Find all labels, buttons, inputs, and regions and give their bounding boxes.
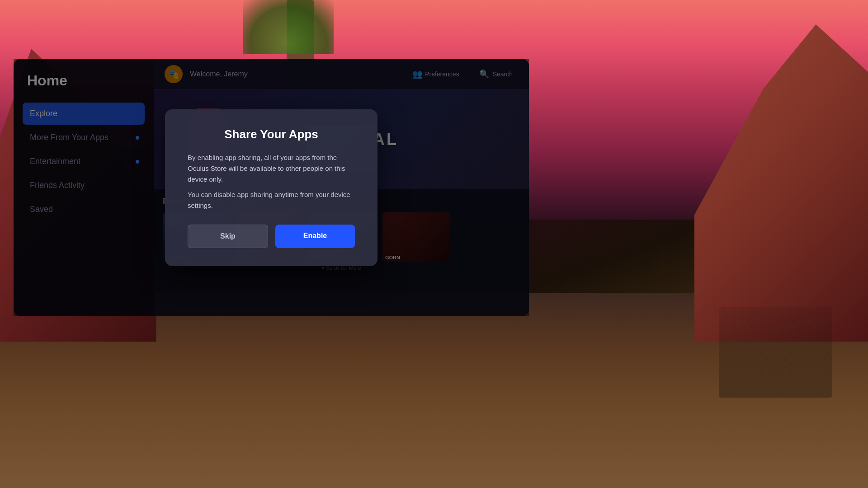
share-apps-dialog: Share Your Apps By enabling app sharing,… — [165, 109, 377, 266]
dialog-overlay: Share Your Apps By enabling app sharing,… — [14, 59, 529, 316]
dialog-title: Share Your Apps — [188, 127, 355, 141]
dialog-buttons: Skip Enable — [188, 225, 355, 248]
palm-leaves — [243, 0, 334, 54]
skip-button[interactable]: Skip — [188, 225, 268, 248]
dialog-body-2: You can disable app sharing anytime from… — [188, 189, 355, 211]
enable-button[interactable]: Enable — [275, 225, 355, 248]
ui-panel: Home Explore More From Your Apps Enterta… — [14, 59, 529, 316]
dialog-body-1: By enabling app sharing, all of your app… — [188, 152, 355, 185]
living-area — [719, 307, 832, 398]
